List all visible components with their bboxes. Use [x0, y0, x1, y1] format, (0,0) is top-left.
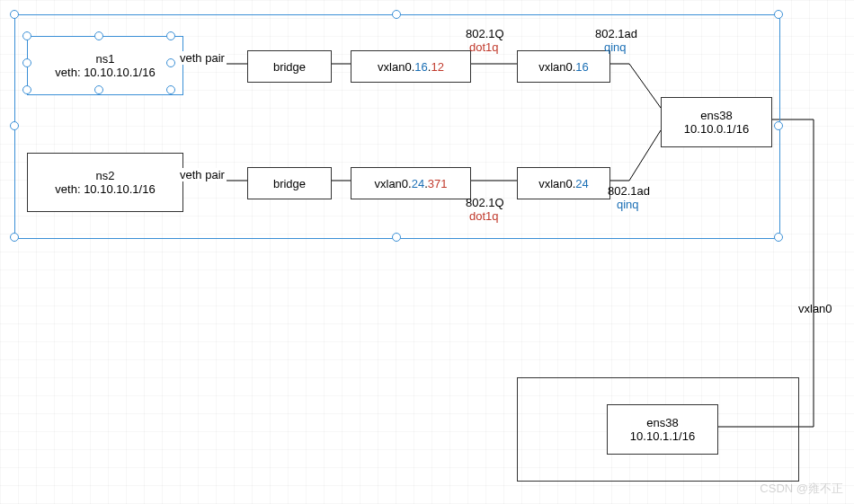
ns1-handle-w[interactable]	[22, 58, 31, 67]
ns2-sub: veth: 10.10.10.1/16	[55, 182, 155, 196]
resize-handle-ne[interactable]	[774, 10, 783, 19]
ns1-handle-ne[interactable]	[166, 31, 175, 40]
resize-handle-se[interactable]	[774, 233, 783, 242]
vxlan-a-box[interactable]: vxlan0.16.12	[351, 50, 471, 83]
vxlan-c-label: vxlan0.16	[538, 60, 589, 74]
resize-handle-nw[interactable]	[10, 10, 19, 19]
ens38-top-sub: 10.10.0.1/16	[684, 122, 749, 136]
qinq-1-blue: qinq	[604, 40, 627, 54]
vxlan-c-box[interactable]: vxlan0.16	[517, 50, 610, 83]
bridge2-label: bridge	[273, 177, 306, 190]
ens38-bot-sub: 10.10.1.1/16	[630, 429, 695, 443]
qinq-1-line: 802.1ad	[595, 27, 637, 40]
ns2-box[interactable]: ns2 veth: 10.10.10.1/16	[27, 153, 183, 212]
vxlan-a-label: vxlan0.16.12	[378, 60, 444, 74]
ns2-title: ns2	[96, 169, 115, 182]
ns1-box[interactable]: ns1 veth: 10.10.10.1/16	[27, 36, 183, 95]
dot1q-2-line: 802.1Q	[466, 196, 504, 209]
ns1-handle-s[interactable]	[94, 85, 103, 94]
ns1-handle-e[interactable]	[166, 58, 175, 67]
vxlan0-side-label: vxlan0	[798, 302, 832, 315]
resize-handle-n[interactable]	[392, 10, 401, 19]
ens38-bot-box[interactable]: ens38 10.10.1.1/16	[607, 404, 718, 455]
dot1q-2-red: dot1q	[469, 209, 499, 223]
ens38-top-title: ens38	[700, 109, 732, 122]
qinq-2-blue: qinq	[617, 198, 639, 211]
ns1-handle-se[interactable]	[166, 85, 175, 94]
watermark: CSDN @雍不正	[760, 481, 843, 497]
bridge1-box[interactable]: bridge	[247, 50, 332, 83]
ns1-sub: veth: 10.10.10.1/16	[55, 66, 155, 79]
bridge1-label: bridge	[273, 60, 306, 74]
ens38-bot-title: ens38	[646, 416, 678, 429]
dot1q-1-red: dot1q	[469, 40, 499, 54]
resize-handle-w[interactable]	[10, 121, 19, 130]
resize-handle-sw[interactable]	[10, 233, 19, 242]
vxlan-b-label: vxlan0.24.371	[375, 177, 448, 190]
vxlan-d-label: vxlan0.24	[538, 177, 589, 190]
ns1-handle-n[interactable]	[94, 31, 103, 40]
veth-pair-1-label: veth pair	[178, 51, 227, 65]
ns1-handle-sw[interactable]	[22, 85, 31, 94]
resize-handle-s[interactable]	[392, 233, 401, 242]
ens38-top-box[interactable]: ens38 10.10.0.1/16	[661, 97, 772, 147]
vxlan-b-box[interactable]: vxlan0.24.371	[351, 167, 471, 199]
resize-handle-e[interactable]	[774, 121, 783, 130]
qinq-2-line: 802.1ad	[608, 184, 650, 198]
ns1-handle-nw[interactable]	[22, 31, 31, 40]
vxlan-d-box[interactable]: vxlan0.24	[517, 167, 610, 199]
bridge2-box[interactable]: bridge	[247, 167, 332, 199]
veth-pair-2-label: veth pair	[178, 168, 227, 181]
ns1-title: ns1	[96, 52, 115, 66]
dot1q-1-line: 802.1Q	[466, 27, 504, 40]
